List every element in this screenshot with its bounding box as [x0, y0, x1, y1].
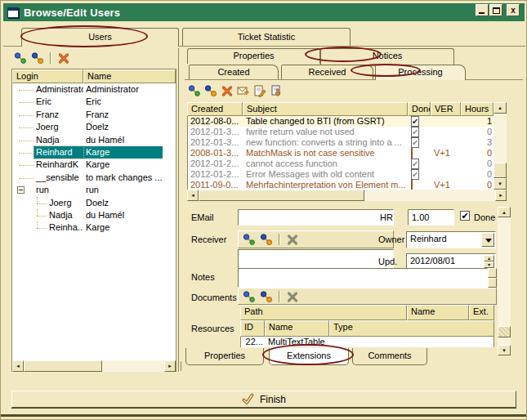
- user-link-icon[interactable]: [260, 233, 273, 246]
- done-checkbox[interactable]: ✔: [411, 159, 419, 169]
- user-tree-row[interactable]: runrun: [12, 184, 176, 196]
- scroll-down-button[interactable]: ▾: [494, 178, 507, 190]
- scroll-right-button[interactable]: ▸: [164, 360, 176, 372]
- done-checkbox[interactable]: [411, 148, 413, 159]
- delete-icon[interactable]: [57, 51, 70, 65]
- email-input[interactable]: [238, 209, 394, 226]
- upd-date-spinner[interactable]: 2012/08/01 ▴▾: [406, 253, 496, 270]
- tab-created[interactable]: Created: [189, 65, 279, 79]
- tree-collapse-icon[interactable]: [17, 186, 25, 194]
- column-header-ver[interactable]: VER: [431, 102, 461, 116]
- scroll-thumb[interactable]: [498, 326, 511, 337]
- user-tree-row[interactable]: Nadjadu Hamél: [12, 209, 176, 221]
- resources-table-row[interactable]: 22...MultiTextTable: [241, 337, 494, 347]
- tab-ticket-statistic[interactable]: Ticket Statistic: [182, 28, 351, 46]
- close-button[interactable]: x: [507, 4, 520, 16]
- user-tree-row[interactable]: Reinha...Karge: [12, 221, 176, 234]
- user-add-icon[interactable]: [188, 84, 201, 97]
- mail-send-icon[interactable]: [237, 84, 250, 97]
- tab-properties-bottom-label: Properties: [204, 351, 245, 360]
- column-header-hours[interactable]: Hours: [461, 102, 494, 116]
- notices-vscrollbar: ▴ ▾: [494, 102, 507, 190]
- tab-properties[interactable]: Properties: [187, 48, 320, 64]
- user-name-cell: du Hamél: [84, 209, 174, 221]
- tab-users[interactable]: Users: [21, 28, 179, 47]
- done-checkbox[interactable]: ✔: [411, 137, 419, 148]
- scroll-up-button[interactable]: ▴: [498, 207, 511, 217]
- minimize-button[interactable]: [476, 4, 489, 16]
- spinner-buttons[interactable]: ▴▾: [484, 255, 494, 268]
- scroll-track: [102, 360, 164, 372]
- column-header-ext[interactable]: Ext.: [469, 305, 494, 320]
- note-copy-icon[interactable]: [270, 84, 283, 97]
- notes-split-button[interactable]: [488, 268, 497, 288]
- scroll-down-button[interactable]: ▾: [498, 345, 511, 355]
- titlebar[interactable]: Browse/Edit Users: [3, 3, 525, 21]
- spin-down-icon[interactable]: ▾: [484, 261, 494, 268]
- user-tree-row[interactable]: Nadjadu Hamél: [12, 134, 176, 146]
- scroll-right-button[interactable]: ▸: [495, 190, 507, 201]
- column-header-name[interactable]: Name: [265, 320, 329, 337]
- maximize-button[interactable]: [489, 4, 502, 16]
- user-tree-row[interactable]: __sensibleto mark changes ...: [12, 172, 176, 184]
- notices-table-row[interactable]: 2012-01-2...cannot access function✔0: [188, 159, 494, 169]
- done-checkbox[interactable]: ✔: [411, 116, 419, 127]
- column-header-subject[interactable]: Subject: [243, 102, 408, 116]
- notes-input[interactable]: [238, 268, 488, 288]
- owner-combobox[interactable]: Reinhard: [406, 231, 496, 248]
- user-link-icon[interactable]: [204, 84, 217, 97]
- finish-button[interactable]: Finish: [11, 391, 516, 408]
- done-checkbox[interactable]: ✔: [411, 169, 419, 180]
- user-tree-row[interactable]: JoergDoelz: [12, 197, 176, 209]
- notices-table-row[interactable]: 2012-08-0...Table changed to BTI (from G…: [188, 116, 494, 127]
- scroll-up-button[interactable]: ▴: [494, 102, 507, 114]
- tab-processing[interactable]: Processing: [375, 65, 466, 80]
- scroll-thumb[interactable]: [494, 163, 507, 178]
- done-checkbox[interactable]: ✔: [460, 211, 470, 221]
- user-tree-row[interactable]: JoergDoelz: [12, 121, 176, 133]
- tree-branch-line: [37, 216, 47, 217]
- scroll-left-button[interactable]: ◂: [187, 190, 199, 201]
- user-add-icon[interactable]: [243, 233, 256, 246]
- user-link-icon[interactable]: [260, 290, 273, 303]
- done-checkbox[interactable]: ✔: [411, 127, 419, 137]
- scroll-left-button[interactable]: ◂: [12, 360, 24, 372]
- notices-table-row[interactable]: 2012-01-3...new function: converts a str…: [188, 137, 494, 148]
- done-checkbox[interactable]: [411, 180, 413, 190]
- user-add-icon[interactable]: [14, 51, 27, 65]
- notices-table-row[interactable]: 2008-01-3...MatchMask is not case sensit…: [188, 148, 494, 159]
- user-add-icon[interactable]: [243, 290, 256, 303]
- user-link-icon[interactable]: [31, 51, 44, 65]
- tab-comments[interactable]: Comments: [352, 348, 427, 365]
- tab-received[interactable]: Received: [281, 65, 373, 79]
- delete-icon[interactable]: [221, 84, 234, 97]
- tab-notices[interactable]: Notices: [320, 48, 454, 65]
- notices-table-row[interactable]: 2011-09-0...Mehrfachinterpretation von E…: [188, 180, 494, 190]
- column-header-id[interactable]: ID: [240, 320, 265, 337]
- splitter-handle[interactable]: [181, 361, 181, 371]
- scroll-thumb[interactable]: [24, 360, 102, 372]
- tab-properties-bottom[interactable]: Properties: [185, 348, 264, 365]
- spin-up-icon[interactable]: ▴: [484, 255, 494, 261]
- column-header-done[interactable]: Done: [408, 102, 431, 116]
- user-tree-row[interactable]: ReinhardKKarge: [12, 159, 176, 171]
- user-tree-row[interactable]: AdministratorAdministrator: [12, 83, 176, 96]
- user-tree-row[interactable]: EricEric: [12, 96, 176, 108]
- scroll-thumb[interactable]: [199, 190, 364, 201]
- hr-input[interactable]: [408, 209, 454, 226]
- user-tree-row[interactable]: FranzFranz: [12, 109, 176, 121]
- note-edit-icon[interactable]: [253, 84, 266, 97]
- resource-name-cell: MultiTextTable: [266, 337, 330, 347]
- user-tree-row[interactable]: ReinhardKarge: [12, 146, 176, 159]
- notices-table-row[interactable]: 2012-01-2...Error Messages with old cont…: [188, 169, 494, 180]
- column-header-path[interactable]: Path: [240, 305, 407, 320]
- panel-splitter[interactable]: [178, 48, 179, 372]
- column-header-type[interactable]: Type: [329, 320, 494, 337]
- column-header-login[interactable]: Login: [12, 69, 83, 83]
- column-header-name[interactable]: Name: [407, 305, 469, 320]
- notices-table-row[interactable]: 2012-01-3...fwrite return value not used…: [188, 127, 494, 137]
- chevron-down-icon[interactable]: [481, 233, 494, 247]
- column-header-name[interactable]: Name: [83, 69, 176, 83]
- tab-extensions[interactable]: Extensions: [269, 348, 349, 365]
- column-header-created[interactable]: Created: [187, 102, 243, 116]
